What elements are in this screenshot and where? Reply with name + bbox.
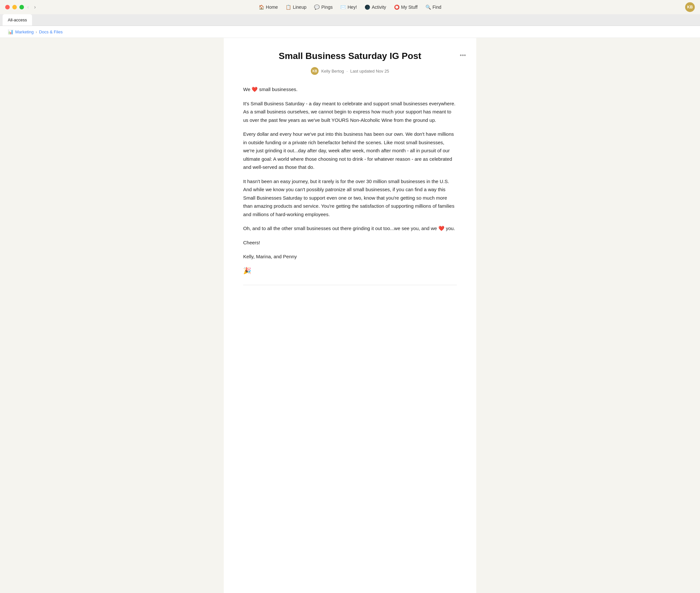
document-more-button[interactable]: ••• xyxy=(457,51,469,60)
paragraph-2: It's Small Business Saturday - a day mea… xyxy=(243,100,457,124)
breadcrumb-icon: 📊 xyxy=(8,29,13,34)
nav-hey[interactable]: ✉️ Hey! xyxy=(337,3,360,11)
forward-button[interactable]: › xyxy=(33,4,37,11)
author-initials: KB xyxy=(312,69,317,73)
document-reaction[interactable]: 🎉 xyxy=(243,267,251,274)
document-title: Small Business Saturday IG Post xyxy=(243,51,457,61)
document-reaction-area[interactable]: 🎉 xyxy=(243,267,457,274)
breadcrumb-parent[interactable]: Marketing xyxy=(15,30,34,34)
nav-find-label: Find xyxy=(433,4,441,10)
last-updated: Last updated Nov 25 xyxy=(350,69,389,74)
minimize-button[interactable] xyxy=(12,5,17,9)
user-initials: KB xyxy=(687,5,693,9)
find-icon: 🔍 xyxy=(426,4,431,10)
paragraph-5: Oh, and to all the other small businesse… xyxy=(243,224,457,233)
tab-all-access[interactable]: All-access xyxy=(3,14,32,26)
breadcrumb-current[interactable]: Docs & Files xyxy=(39,30,62,34)
author-name: Kelly Bertog xyxy=(321,69,344,74)
nav-pings[interactable]: 💬 Pings xyxy=(311,3,336,11)
nav-lineup[interactable]: 📋 Lineup xyxy=(282,3,310,11)
document-container: ••• Small Business Saturday IG Post KB K… xyxy=(224,38,476,593)
pings-icon: 💬 xyxy=(314,4,319,10)
nav-activity[interactable]: 🌑 Activity xyxy=(361,3,389,11)
document-meta: KB Kelly Bertog · Last updated Nov 25 xyxy=(243,67,457,75)
main-nav: 🏠 Home 📋 Lineup 💬 Pings ✉️ Hey! 🌑 Activi… xyxy=(256,3,444,11)
close-button[interactable] xyxy=(5,5,10,9)
titlebar: ‹ › 🏠 Home 📋 Lineup 💬 Pings ✉️ Hey! 🌑 Ac… xyxy=(0,0,700,14)
content-divider xyxy=(243,285,457,285)
closing-names: Kelly, Marina, and Penny xyxy=(243,252,457,261)
document-body: We ❤️ small businesses. It's Small Busin… xyxy=(243,85,457,261)
fullscreen-button[interactable] xyxy=(19,5,24,9)
paragraph-1: We ❤️ small businesses. xyxy=(243,85,457,94)
author-avatar: KB xyxy=(311,67,318,75)
tab-bar: All-access xyxy=(0,14,700,26)
nav-lineup-label: Lineup xyxy=(293,4,306,10)
nav-pings-label: Pings xyxy=(321,4,333,10)
nav-activity-label: Activity xyxy=(372,4,386,10)
back-button[interactable]: ‹ xyxy=(26,4,30,11)
nav-home[interactable]: 🏠 Home xyxy=(256,3,281,11)
activity-icon: 🌑 xyxy=(364,4,370,10)
home-icon: 🏠 xyxy=(259,4,264,10)
lineup-icon: 📋 xyxy=(286,4,291,10)
breadcrumb-separator: › xyxy=(36,30,37,34)
hey-icon: ✉️ xyxy=(340,4,346,10)
nav-find[interactable]: 🔍 Find xyxy=(422,3,444,11)
nav-mystuff[interactable]: ⭕ My Stuff xyxy=(391,3,421,11)
mystuff-icon: ⭕ xyxy=(394,4,399,10)
tab-all-access-label: All-access xyxy=(8,17,27,23)
nav-mystuff-label: My Stuff xyxy=(401,4,418,10)
nav-home-label: Home xyxy=(266,4,278,10)
paragraph-3: Every dollar and every hour we've put in… xyxy=(243,130,457,171)
nav-arrows: ‹ › xyxy=(26,4,37,11)
closing-cheers: Cheers! xyxy=(243,238,457,247)
user-avatar[interactable]: KB xyxy=(685,2,695,12)
traffic-lights xyxy=(5,5,24,9)
nav-hey-label: Hey! xyxy=(347,4,357,10)
breadcrumb-bar: 📊 Marketing › Docs & Files xyxy=(0,26,700,38)
paragraph-4: It hasn't been an easy journey, but it r… xyxy=(243,177,457,219)
meta-dot: · xyxy=(346,69,348,74)
